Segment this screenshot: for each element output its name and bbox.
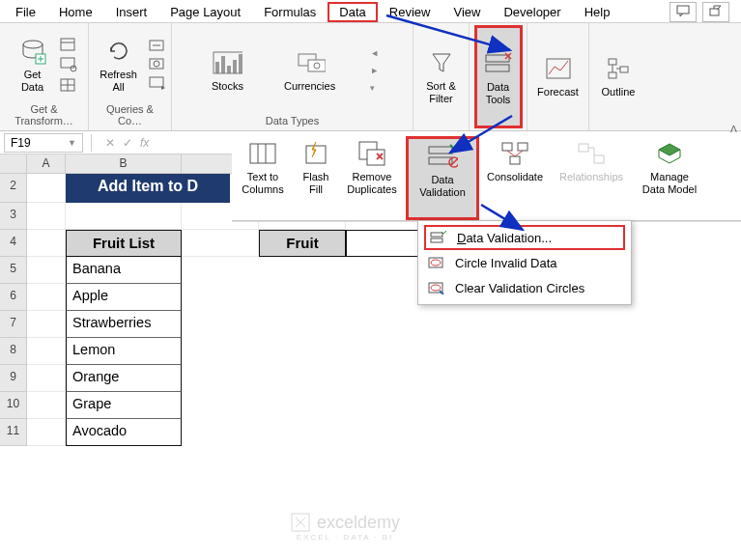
svg-point-45 bbox=[431, 285, 441, 291]
menu-clear-circles[interactable]: Clear Validation Circles bbox=[418, 275, 631, 300]
consolidate-button[interactable]: Consolidate bbox=[479, 136, 551, 220]
fruit-list-header: Fruit List bbox=[66, 230, 182, 257]
svg-rect-17 bbox=[308, 60, 326, 71]
tab-view[interactable]: View bbox=[442, 2, 492, 22]
svg-rect-36 bbox=[518, 143, 527, 151]
data-tools-button[interactable]: Data Tools bbox=[474, 25, 523, 128]
ribbon: Get Data Get & Transform… Refresh All Qu… bbox=[0, 23, 741, 131]
forecast-icon bbox=[543, 53, 574, 84]
manage-data-model-button[interactable]: Manage Data Model bbox=[632, 136, 707, 220]
row-header[interactable]: 7 bbox=[0, 311, 27, 338]
list-item[interactable]: Avocado bbox=[66, 419, 182, 446]
row-header[interactable]: 10 bbox=[0, 392, 27, 419]
group-queries: Queries & Co… bbox=[95, 101, 165, 128]
refresh-small-icons[interactable] bbox=[149, 40, 166, 90]
list-item[interactable]: Apple bbox=[66, 284, 182, 311]
col-header-A[interactable]: A bbox=[27, 154, 66, 173]
refresh-all-button[interactable]: Refresh All bbox=[94, 34, 143, 95]
share-icon[interactable] bbox=[702, 2, 729, 22]
flash-fill-button[interactable]: Flash Fill bbox=[294, 136, 338, 220]
outline-button[interactable]: Outline bbox=[596, 51, 641, 100]
row-header[interactable]: 6 bbox=[0, 284, 27, 311]
currencies-icon bbox=[295, 47, 326, 78]
tab-review[interactable]: Review bbox=[378, 2, 442, 22]
svg-rect-24 bbox=[609, 72, 616, 78]
svg-point-13 bbox=[154, 61, 159, 67]
filter-icon bbox=[426, 47, 457, 78]
tab-file[interactable]: File bbox=[4, 2, 47, 22]
row-header[interactable]: 9 bbox=[0, 365, 27, 392]
flash-fill-icon bbox=[300, 138, 331, 169]
svg-point-7 bbox=[71, 66, 76, 71]
datatype-nav[interactable]: ◄►▾ bbox=[370, 48, 379, 93]
svg-rect-30 bbox=[367, 150, 385, 165]
list-item[interactable]: Strawberries bbox=[66, 311, 182, 338]
comments-icon[interactable] bbox=[670, 2, 697, 22]
col-header-B[interactable]: B bbox=[66, 154, 182, 173]
tab-home[interactable]: Home bbox=[47, 2, 104, 22]
remove-duplicates-icon bbox=[356, 138, 387, 169]
get-data-icon bbox=[17, 36, 48, 67]
clear-circles-icon bbox=[428, 280, 445, 295]
row-header[interactable]: 2 bbox=[0, 174, 27, 203]
tab-developer[interactable]: Developer bbox=[492, 2, 572, 22]
title-banner: Add Item to D bbox=[66, 174, 230, 203]
circle-invalid-icon bbox=[428, 255, 445, 270]
cancel-icon[interactable]: ✕ bbox=[105, 136, 115, 150]
menu-data-validation[interactable]: Data Data Validation...Validation... bbox=[424, 225, 625, 250]
list-item[interactable]: Orange bbox=[66, 365, 182, 392]
row-header[interactable]: 8 bbox=[0, 338, 27, 365]
tab-help[interactable]: Help bbox=[573, 2, 622, 22]
data-validation-icon bbox=[427, 141, 458, 172]
svg-rect-4 bbox=[61, 39, 74, 50]
consolidate-icon bbox=[499, 138, 530, 169]
tab-page-layout[interactable]: Page Layout bbox=[158, 2, 252, 22]
list-item[interactable]: Lemon bbox=[66, 338, 182, 365]
watermark-logo-icon bbox=[290, 512, 311, 533]
svg-rect-23 bbox=[620, 67, 628, 72]
svg-rect-20 bbox=[486, 65, 509, 71]
text-to-columns-button[interactable]: Text to Columns bbox=[232, 136, 294, 220]
collapse-ribbon-icon[interactable]: ᐱ bbox=[730, 124, 737, 134]
outline-icon bbox=[603, 53, 634, 84]
data-validation-menu: Data Data Validation...Validation... Cir… bbox=[417, 220, 632, 305]
data-tools-panel: Text to Columns Flash Fill Remove Duplic… bbox=[232, 136, 741, 221]
name-box[interactable]: F19▼ bbox=[4, 133, 83, 153]
remove-duplicates-button[interactable]: Remove Duplicates bbox=[338, 136, 406, 220]
enter-icon[interactable]: ✓ bbox=[123, 136, 132, 150]
sort-filter-button[interactable]: Sort & Filter bbox=[420, 45, 463, 106]
forecast-button[interactable]: Forecast bbox=[531, 51, 584, 100]
svg-rect-41 bbox=[431, 238, 442, 242]
select-all-corner[interactable] bbox=[0, 154, 27, 173]
svg-rect-38 bbox=[579, 144, 588, 152]
refresh-icon bbox=[103, 36, 134, 67]
svg-rect-37 bbox=[510, 156, 520, 164]
get-data-button[interactable]: Get Data bbox=[12, 34, 54, 95]
list-item[interactable]: Banana bbox=[66, 257, 182, 284]
tab-data[interactable]: Data bbox=[328, 2, 377, 22]
row-header[interactable]: 3 bbox=[0, 203, 27, 230]
svg-rect-31 bbox=[429, 147, 452, 154]
svg-rect-35 bbox=[502, 143, 512, 151]
group-get-transform: Get & Transform… bbox=[6, 101, 82, 128]
tab-insert[interactable]: Insert bbox=[104, 2, 159, 22]
text-to-columns-icon bbox=[247, 138, 278, 169]
data-validation-button[interactable]: Data Validation bbox=[406, 136, 479, 220]
fruit-header: Fruit bbox=[259, 230, 346, 257]
menu-circle-invalid[interactable]: Circle Invalid Data bbox=[418, 250, 631, 275]
row-header[interactable]: 11 bbox=[0, 419, 27, 446]
stocks-icon bbox=[212, 47, 242, 78]
data-tools-icon bbox=[483, 48, 514, 79]
svg-rect-0 bbox=[677, 6, 689, 14]
stocks-button[interactable]: Stocks bbox=[206, 45, 249, 95]
fx-icon[interactable]: fx bbox=[140, 136, 149, 150]
get-data-small-icons[interactable] bbox=[60, 37, 77, 93]
watermark: exceldemy EXCEL · DATA · BI bbox=[290, 512, 400, 542]
row-header[interactable]: 4 bbox=[0, 230, 27, 257]
tab-formulas[interactable]: Formulas bbox=[252, 2, 328, 22]
list-item[interactable]: Grape bbox=[66, 392, 182, 419]
currencies-button[interactable]: Currencies bbox=[278, 45, 341, 95]
row-header[interactable]: 5 bbox=[0, 257, 27, 284]
svg-rect-39 bbox=[594, 155, 604, 163]
ribbon-tabs: File Home Insert Page Layout Formulas Da… bbox=[0, 0, 741, 23]
